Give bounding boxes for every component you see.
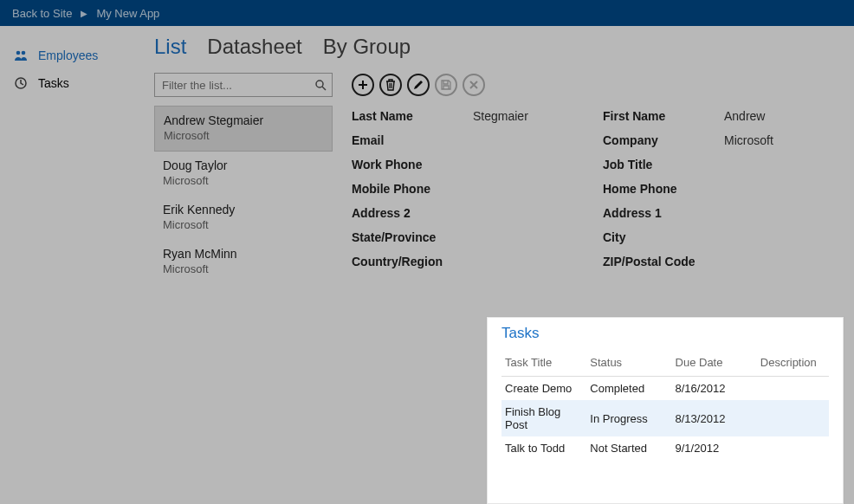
task-status: Not Started xyxy=(586,436,671,460)
edit-button[interactable] xyxy=(407,74,430,96)
field-value xyxy=(473,230,603,244)
field-value xyxy=(473,182,603,196)
tasks-row[interactable]: Finish Blog Post In Progress 8/13/2012 xyxy=(501,400,829,436)
task-status: Completed xyxy=(586,377,671,401)
tasks-table: Task Title Status Due Date Description C… xyxy=(501,351,829,460)
task-title: Finish Blog Post xyxy=(501,400,586,436)
add-button[interactable] xyxy=(352,74,374,96)
list-item-sub: Microsoft xyxy=(164,129,323,142)
field-value xyxy=(473,158,603,171)
tab-datasheet[interactable]: Datasheet xyxy=(207,35,301,59)
svg-point-0 xyxy=(16,51,21,55)
tasks-col-status[interactable]: Status xyxy=(586,351,671,377)
back-to-site-link[interactable]: Back to Site xyxy=(12,7,72,20)
search-input[interactable] xyxy=(162,79,314,92)
list-item[interactable]: Ryan McMinn Microsoft xyxy=(154,240,333,284)
tasks-row[interactable]: Create Demo Completed 8/16/2012 xyxy=(501,377,829,401)
field-label: City xyxy=(603,230,724,244)
field-value xyxy=(473,206,603,220)
list-item[interactable]: Erik Kennedy Microsoft xyxy=(154,196,333,240)
search-box[interactable] xyxy=(154,73,333,97)
field-value xyxy=(473,255,603,268)
field-value: Microsoft xyxy=(724,133,837,147)
field-label: Work Phone xyxy=(352,158,473,171)
task-due: 9/1/2012 xyxy=(672,436,757,460)
chevron-right-icon: ▶ xyxy=(81,9,87,18)
field-value xyxy=(724,182,837,196)
field-label: Address 2 xyxy=(352,206,473,220)
field-label: Country/Region xyxy=(352,255,473,268)
list-item-sub: Microsoft xyxy=(163,174,324,187)
field-label: Email xyxy=(352,133,473,147)
list-column: Andrew Stegmaier Microsoft Doug Taylor M… xyxy=(154,73,333,284)
field-label: State/Province xyxy=(352,230,473,244)
list-item-name: Andrew Stegmaier xyxy=(164,113,323,127)
tasks-col-desc[interactable]: Description xyxy=(757,351,829,377)
detail-fields: Last Name Stegmaier First Name Andrew Em… xyxy=(352,109,837,268)
sidebar-item-tasks[interactable]: Tasks xyxy=(0,69,133,97)
list-item-sub: Microsoft xyxy=(163,262,324,275)
field-label: Job Title xyxy=(603,158,724,171)
field-value xyxy=(724,158,837,171)
main-content: List Datasheet By Group Andrew Stegmaier… xyxy=(133,26,854,504)
field-value xyxy=(724,206,837,220)
list-item-name: Ryan McMinn xyxy=(163,247,324,261)
svg-point-3 xyxy=(316,81,323,87)
task-title: Create Demo xyxy=(501,377,586,401)
cancel-button xyxy=(463,74,485,96)
list-item-name: Doug Taylor xyxy=(163,158,324,172)
tab-list[interactable]: List xyxy=(154,35,186,59)
field-label: First Name xyxy=(603,109,724,123)
tasks-title: Tasks xyxy=(501,325,829,342)
sidebar-item-label: Tasks xyxy=(38,76,69,90)
field-label: Last Name xyxy=(352,109,473,123)
field-value xyxy=(724,255,837,268)
tasks-panel: Tasks Task Title Status Due Date Descrip… xyxy=(487,317,844,504)
people-icon xyxy=(14,48,28,62)
svg-line-4 xyxy=(322,87,326,90)
task-due: 8/16/2012 xyxy=(672,377,757,401)
search-icon[interactable] xyxy=(314,79,327,91)
field-value xyxy=(724,230,837,244)
svg-point-1 xyxy=(22,51,26,55)
detail-column: Last Name Stegmaier First Name Andrew Em… xyxy=(352,73,837,284)
sidebar-item-employees[interactable]: Employees xyxy=(0,42,133,69)
app-title-link[interactable]: My New App xyxy=(96,7,159,20)
task-desc xyxy=(757,377,829,401)
task-title: Talk to Todd xyxy=(501,436,586,460)
task-due: 8/13/2012 xyxy=(672,400,757,436)
tasks-col-due[interactable]: Due Date xyxy=(672,351,757,377)
list-item-name: Erik Kennedy xyxy=(163,203,324,216)
tasks-col-title[interactable]: Task Title xyxy=(501,351,586,377)
tab-by-group[interactable]: By Group xyxy=(323,35,411,59)
field-label: Company xyxy=(603,133,724,147)
record-toolbar xyxy=(352,73,837,97)
sidebar: Employees Tasks xyxy=(0,26,133,504)
field-label: Address 1 xyxy=(603,206,724,220)
tasks-row[interactable]: Talk to Todd Not Started 9/1/2012 xyxy=(501,436,829,460)
view-tabs: List Datasheet By Group xyxy=(154,35,837,59)
field-label: ZIP/Postal Code xyxy=(603,255,724,268)
task-desc xyxy=(757,436,829,460)
sidebar-item-label: Employees xyxy=(38,48,98,62)
field-value xyxy=(473,133,603,147)
delete-button[interactable] xyxy=(379,74,402,96)
task-status: In Progress xyxy=(586,400,671,436)
field-value: Stegmaier xyxy=(473,109,603,123)
field-label: Mobile Phone xyxy=(352,182,473,196)
list-item[interactable]: Doug Taylor Microsoft xyxy=(154,152,333,196)
clock-icon xyxy=(14,76,28,90)
field-label: Home Phone xyxy=(603,182,724,196)
list-item-sub: Microsoft xyxy=(163,218,324,231)
top-bar: Back to Site ▶ My New App xyxy=(0,0,854,26)
save-button xyxy=(435,74,457,96)
list-item[interactable]: Andrew Stegmaier Microsoft xyxy=(154,106,333,152)
field-value: Andrew xyxy=(724,109,837,123)
task-desc xyxy=(757,400,829,436)
